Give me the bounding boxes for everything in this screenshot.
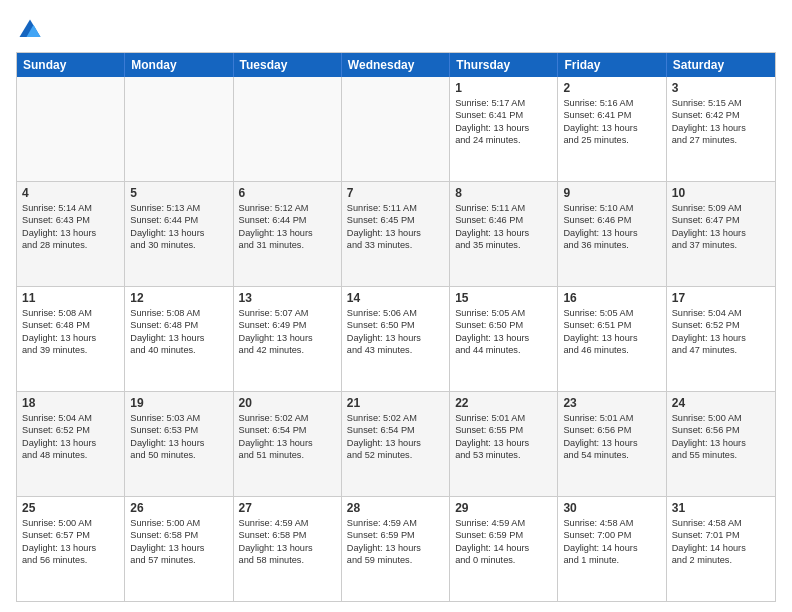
logo [16, 16, 48, 44]
calendar-cell: 11Sunrise: 5:08 AM Sunset: 6:48 PM Dayli… [17, 287, 125, 391]
day-number: 4 [22, 186, 119, 200]
calendar-cell: 1Sunrise: 5:17 AM Sunset: 6:41 PM Daylig… [450, 77, 558, 181]
calendar-cell: 25Sunrise: 5:00 AM Sunset: 6:57 PM Dayli… [17, 497, 125, 601]
day-number: 22 [455, 396, 552, 410]
day-number: 3 [672, 81, 770, 95]
calendar-cell: 2Sunrise: 5:16 AM Sunset: 6:41 PM Daylig… [558, 77, 666, 181]
calendar-row: 4Sunrise: 5:14 AM Sunset: 6:43 PM Daylig… [17, 181, 775, 286]
day-number: 17 [672, 291, 770, 305]
calendar-cell: 3Sunrise: 5:15 AM Sunset: 6:42 PM Daylig… [667, 77, 775, 181]
calendar-cell: 10Sunrise: 5:09 AM Sunset: 6:47 PM Dayli… [667, 182, 775, 286]
calendar-cell: 7Sunrise: 5:11 AM Sunset: 6:45 PM Daylig… [342, 182, 450, 286]
calendar-row: 11Sunrise: 5:08 AM Sunset: 6:48 PM Dayli… [17, 286, 775, 391]
day-number: 18 [22, 396, 119, 410]
calendar-cell: 16Sunrise: 5:05 AM Sunset: 6:51 PM Dayli… [558, 287, 666, 391]
day-number: 31 [672, 501, 770, 515]
cell-info: Sunrise: 4:58 AM Sunset: 7:00 PM Dayligh… [563, 517, 660, 567]
cell-info: Sunrise: 5:00 AM Sunset: 6:56 PM Dayligh… [672, 412, 770, 462]
calendar-cell: 23Sunrise: 5:01 AM Sunset: 6:56 PM Dayli… [558, 392, 666, 496]
day-number: 12 [130, 291, 227, 305]
day-number: 16 [563, 291, 660, 305]
cell-info: Sunrise: 5:11 AM Sunset: 6:45 PM Dayligh… [347, 202, 444, 252]
calendar-body: 1Sunrise: 5:17 AM Sunset: 6:41 PM Daylig… [17, 77, 775, 601]
day-number: 21 [347, 396, 444, 410]
day-number: 5 [130, 186, 227, 200]
day-number: 10 [672, 186, 770, 200]
day-number: 29 [455, 501, 552, 515]
day-number: 20 [239, 396, 336, 410]
header-cell-thursday: Thursday [450, 53, 558, 77]
day-number: 24 [672, 396, 770, 410]
calendar-cell: 31Sunrise: 4:58 AM Sunset: 7:01 PM Dayli… [667, 497, 775, 601]
calendar-cell: 19Sunrise: 5:03 AM Sunset: 6:53 PM Dayli… [125, 392, 233, 496]
calendar-cell [17, 77, 125, 181]
calendar-cell [342, 77, 450, 181]
header-cell-tuesday: Tuesday [234, 53, 342, 77]
page: SundayMondayTuesdayWednesdayThursdayFrid… [0, 0, 792, 612]
header-cell-friday: Friday [558, 53, 666, 77]
cell-info: Sunrise: 5:13 AM Sunset: 6:44 PM Dayligh… [130, 202, 227, 252]
calendar-cell: 29Sunrise: 4:59 AM Sunset: 6:59 PM Dayli… [450, 497, 558, 601]
calendar-cell: 5Sunrise: 5:13 AM Sunset: 6:44 PM Daylig… [125, 182, 233, 286]
day-number: 6 [239, 186, 336, 200]
cell-info: Sunrise: 4:58 AM Sunset: 7:01 PM Dayligh… [672, 517, 770, 567]
cell-info: Sunrise: 5:15 AM Sunset: 6:42 PM Dayligh… [672, 97, 770, 147]
calendar-cell: 13Sunrise: 5:07 AM Sunset: 6:49 PM Dayli… [234, 287, 342, 391]
cell-info: Sunrise: 5:04 AM Sunset: 6:52 PM Dayligh… [22, 412, 119, 462]
cell-info: Sunrise: 5:03 AM Sunset: 6:53 PM Dayligh… [130, 412, 227, 462]
calendar-cell: 26Sunrise: 5:00 AM Sunset: 6:58 PM Dayli… [125, 497, 233, 601]
cell-info: Sunrise: 4:59 AM Sunset: 6:59 PM Dayligh… [455, 517, 552, 567]
header-cell-wednesday: Wednesday [342, 53, 450, 77]
day-number: 14 [347, 291, 444, 305]
cell-info: Sunrise: 5:05 AM Sunset: 6:51 PM Dayligh… [563, 307, 660, 357]
cell-info: Sunrise: 5:17 AM Sunset: 6:41 PM Dayligh… [455, 97, 552, 147]
cell-info: Sunrise: 5:11 AM Sunset: 6:46 PM Dayligh… [455, 202, 552, 252]
cell-info: Sunrise: 5:14 AM Sunset: 6:43 PM Dayligh… [22, 202, 119, 252]
calendar-cell: 18Sunrise: 5:04 AM Sunset: 6:52 PM Dayli… [17, 392, 125, 496]
cell-info: Sunrise: 5:16 AM Sunset: 6:41 PM Dayligh… [563, 97, 660, 147]
calendar-row: 25Sunrise: 5:00 AM Sunset: 6:57 PM Dayli… [17, 496, 775, 601]
day-number: 28 [347, 501, 444, 515]
day-number: 8 [455, 186, 552, 200]
logo-icon [16, 16, 44, 44]
cell-info: Sunrise: 5:08 AM Sunset: 6:48 PM Dayligh… [130, 307, 227, 357]
calendar-cell [234, 77, 342, 181]
day-number: 13 [239, 291, 336, 305]
header-cell-monday: Monday [125, 53, 233, 77]
calendar-row: 1Sunrise: 5:17 AM Sunset: 6:41 PM Daylig… [17, 77, 775, 181]
calendar-cell: 20Sunrise: 5:02 AM Sunset: 6:54 PM Dayli… [234, 392, 342, 496]
calendar-cell: 17Sunrise: 5:04 AM Sunset: 6:52 PM Dayli… [667, 287, 775, 391]
calendar-header: SundayMondayTuesdayWednesdayThursdayFrid… [17, 53, 775, 77]
calendar-cell: 4Sunrise: 5:14 AM Sunset: 6:43 PM Daylig… [17, 182, 125, 286]
cell-info: Sunrise: 5:00 AM Sunset: 6:57 PM Dayligh… [22, 517, 119, 567]
day-number: 27 [239, 501, 336, 515]
day-number: 19 [130, 396, 227, 410]
day-number: 7 [347, 186, 444, 200]
day-number: 9 [563, 186, 660, 200]
cell-info: Sunrise: 5:00 AM Sunset: 6:58 PM Dayligh… [130, 517, 227, 567]
day-number: 25 [22, 501, 119, 515]
header-cell-sunday: Sunday [17, 53, 125, 77]
cell-info: Sunrise: 5:10 AM Sunset: 6:46 PM Dayligh… [563, 202, 660, 252]
day-number: 1 [455, 81, 552, 95]
header-cell-saturday: Saturday [667, 53, 775, 77]
day-number: 26 [130, 501, 227, 515]
header [16, 16, 776, 44]
cell-info: Sunrise: 5:05 AM Sunset: 6:50 PM Dayligh… [455, 307, 552, 357]
day-number: 11 [22, 291, 119, 305]
calendar: SundayMondayTuesdayWednesdayThursdayFrid… [16, 52, 776, 602]
calendar-cell: 27Sunrise: 4:59 AM Sunset: 6:58 PM Dayli… [234, 497, 342, 601]
calendar-cell [125, 77, 233, 181]
day-number: 30 [563, 501, 660, 515]
cell-info: Sunrise: 5:01 AM Sunset: 6:56 PM Dayligh… [563, 412, 660, 462]
calendar-cell: 24Sunrise: 5:00 AM Sunset: 6:56 PM Dayli… [667, 392, 775, 496]
day-number: 15 [455, 291, 552, 305]
calendar-cell: 28Sunrise: 4:59 AM Sunset: 6:59 PM Dayli… [342, 497, 450, 601]
calendar-cell: 6Sunrise: 5:12 AM Sunset: 6:44 PM Daylig… [234, 182, 342, 286]
calendar-cell: 12Sunrise: 5:08 AM Sunset: 6:48 PM Dayli… [125, 287, 233, 391]
cell-info: Sunrise: 5:12 AM Sunset: 6:44 PM Dayligh… [239, 202, 336, 252]
cell-info: Sunrise: 5:07 AM Sunset: 6:49 PM Dayligh… [239, 307, 336, 357]
cell-info: Sunrise: 5:02 AM Sunset: 6:54 PM Dayligh… [347, 412, 444, 462]
cell-info: Sunrise: 5:09 AM Sunset: 6:47 PM Dayligh… [672, 202, 770, 252]
calendar-cell: 8Sunrise: 5:11 AM Sunset: 6:46 PM Daylig… [450, 182, 558, 286]
